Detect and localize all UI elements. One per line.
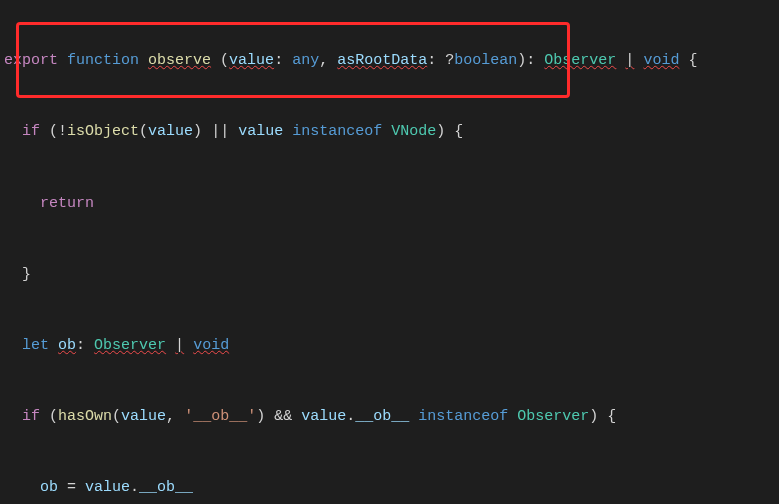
string-ob: '__ob__' xyxy=(184,408,256,425)
call-isObject: isObject xyxy=(67,123,139,140)
param-value: value xyxy=(229,52,274,69)
keyword-return: return xyxy=(40,195,94,212)
code-line: ob = value.__ob__ xyxy=(4,476,775,500)
function-name: observe xyxy=(148,52,211,69)
code-line: if (hasOwn(value, '__ob__') && value.__o… xyxy=(4,405,775,429)
call-hasOwn: hasOwn xyxy=(58,408,112,425)
code-line: if (!isObject(value) || value instanceof… xyxy=(4,120,775,144)
type-VNode: VNode xyxy=(391,123,436,140)
code-line: export function observe (value: any, asR… xyxy=(4,49,775,73)
code-line: return xyxy=(4,192,775,216)
param-asRootData: asRootData xyxy=(337,52,427,69)
keyword-export: export xyxy=(4,52,58,69)
keyword-function: function xyxy=(67,52,139,69)
code-line: } xyxy=(4,263,775,287)
code-editor[interactable]: export function observe (value: any, asR… xyxy=(0,0,779,504)
var-ob: ob xyxy=(58,337,76,354)
return-type-Observer: Observer xyxy=(544,52,616,69)
code-line: let ob: Observer | void xyxy=(4,334,775,358)
keyword-instanceof: instanceof xyxy=(292,123,382,140)
